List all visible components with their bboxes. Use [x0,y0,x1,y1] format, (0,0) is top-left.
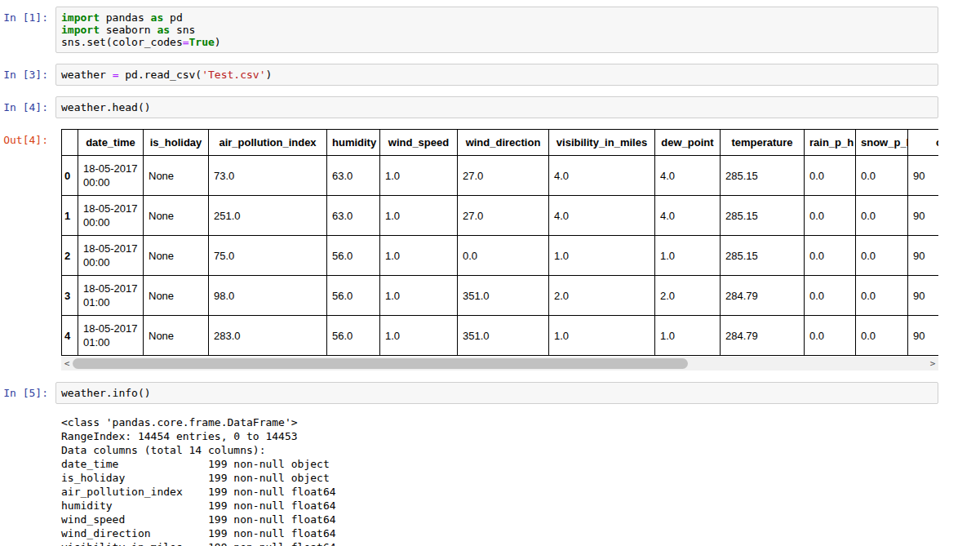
code-cell-in3: In [3]: weather = pd.read_csv('Test.csv'… [0,64,938,86]
table-cell: 1.0 [380,316,458,356]
table-cell: 4.0 [655,156,721,196]
table-cell: 90 [908,196,939,236]
code-editor[interactable]: import pandas as pd import seaborn as sn… [61,11,933,48]
table-cell: 0.0 [856,316,908,356]
column-header: wind_speed [380,130,458,156]
table-cell: 18-05-2017 00:00 [78,156,144,196]
table-cell: 0.0 [856,196,908,236]
dataframe-table: date_timeis_holidayair_pollution_indexhu… [61,129,938,356]
table-cell: 1.0 [380,196,458,236]
column-header: temperature [721,130,805,156]
table-cell: 90 [908,316,939,356]
table-cell: 56.0 [327,276,380,316]
table-cell: 4.0 [549,156,655,196]
table-cell: 2.0 [655,276,721,316]
scrollbar-thumb[interactable] [73,358,688,369]
table-cell: None [144,236,209,276]
table-cell: 0.0 [458,236,549,276]
table-cell: 90 [908,156,939,196]
table-cell: 285.15 [721,156,805,196]
column-header: is_holiday [144,130,209,156]
table-cell: 284.79 [721,276,805,316]
row-index: 3 [62,276,78,316]
input-prompt: In [1]: [0,7,55,53]
table-cell: 90 [908,276,939,316]
table-row: 318-05-2017 01:00None98.056.01.0351.02.0… [62,276,939,316]
table-cell: 351.0 [458,316,549,356]
table-cell: None [144,316,209,356]
code-cell-in5: In [5]: weather.info() [0,382,938,404]
table-cell: 1.0 [380,276,458,316]
dataframe-scroll-container: date_timeis_holidayair_pollution_indexhu… [61,129,938,356]
table-cell: 98.0 [209,276,327,316]
table-cell: 0.0 [805,236,856,276]
table-cell: 18-05-2017 00:00 [78,236,144,276]
code-editor[interactable]: weather.info() [61,387,933,399]
column-header: visibility_in_miles [549,130,655,156]
table-cell: 63.0 [327,196,380,236]
table-cell: 0.0 [805,316,856,356]
column-header: rain_p_h [805,130,856,156]
code-input-area[interactable]: weather.info() [55,382,938,404]
table-cell: 285.15 [721,236,805,276]
table-cell: 18-05-2017 01:00 [78,276,144,316]
table-cell: 4.0 [549,196,655,236]
input-prompt: In [3]: [0,64,55,86]
table-cell: 18-05-2017 01:00 [78,316,144,356]
code-input-area[interactable]: import pandas as pd import seaborn as sn… [55,7,938,53]
table-cell: 1.0 [549,316,655,356]
table-cell: 2.0 [549,276,655,316]
input-prompt: In [4]: [0,96,55,118]
table-cell: 4.0 [655,196,721,236]
table-cell: 0.0 [805,156,856,196]
output-cell-out4: Out[4]: date_timeis_holidayair_pollution… [0,129,938,371]
table-cell: 351.0 [458,276,549,316]
table-cell: 73.0 [209,156,327,196]
table-cell: 285.15 [721,196,805,236]
index-header [62,130,78,156]
output-cell-info: <class 'pandas.core.frame.DataFrame'> Ra… [0,412,938,546]
table-cell: 284.79 [721,316,805,356]
table-cell: 18-05-2017 00:00 [78,196,144,236]
code-cell-in1: In [1]: import pandas as pd import seabo… [0,7,938,53]
table-cell: None [144,156,209,196]
table-row: 218-05-2017 00:00None75.056.01.00.01.01.… [62,236,939,276]
notebook: In [1]: import pandas as pd import seabo… [0,0,938,546]
column-header: humidity [327,130,380,156]
table-cell: 1.0 [380,236,458,276]
column-header: snow_p_h [856,130,908,156]
scrollbar-track[interactable] [73,357,927,371]
row-index: 1 [62,196,78,236]
table-cell: 90 [908,236,939,276]
table-cell: 1.0 [380,156,458,196]
table-row: 418-05-2017 01:00None283.056.01.0351.01.… [62,316,939,356]
table-cell: None [144,276,209,316]
table-cell: 56.0 [327,316,380,356]
table-cell: 0.0 [856,236,908,276]
table-cell: 0.0 [805,196,856,236]
scroll-right-icon[interactable]: > [927,357,938,371]
column-header: wind_direction [458,130,549,156]
row-index: 2 [62,236,78,276]
table-cell: 0.0 [856,276,908,316]
table-cell: 283.0 [209,316,327,356]
table-cell: 63.0 [327,156,380,196]
scroll-left-icon[interactable]: < [61,357,73,371]
table-cell: 27.0 [458,156,549,196]
info-output-text: <class 'pandas.core.frame.DataFrame'> Ra… [61,412,938,546]
code-input-area[interactable]: weather.head() [55,96,938,118]
horizontal-scrollbar[interactable]: < > [61,357,938,371]
output-area: date_timeis_holidayair_pollution_indexhu… [55,129,938,371]
code-editor[interactable]: weather = pd.read_csv('Test.csv') [61,69,933,81]
column-header: dew_point [655,130,721,156]
output-prompt: Out[4]: [0,129,55,371]
input-prompt: In [5]: [0,382,55,404]
code-input-area[interactable]: weather = pd.read_csv('Test.csv') [55,64,938,86]
row-index: 4 [62,316,78,356]
code-cell-in4: In [4]: weather.head() [0,96,938,118]
table-cell: 0.0 [805,276,856,316]
table-cell: 0.0 [856,156,908,196]
table-row: 118-05-2017 00:00None251.063.01.027.04.0… [62,196,939,236]
column-header: cl [908,130,939,156]
code-editor[interactable]: weather.head() [61,101,933,113]
